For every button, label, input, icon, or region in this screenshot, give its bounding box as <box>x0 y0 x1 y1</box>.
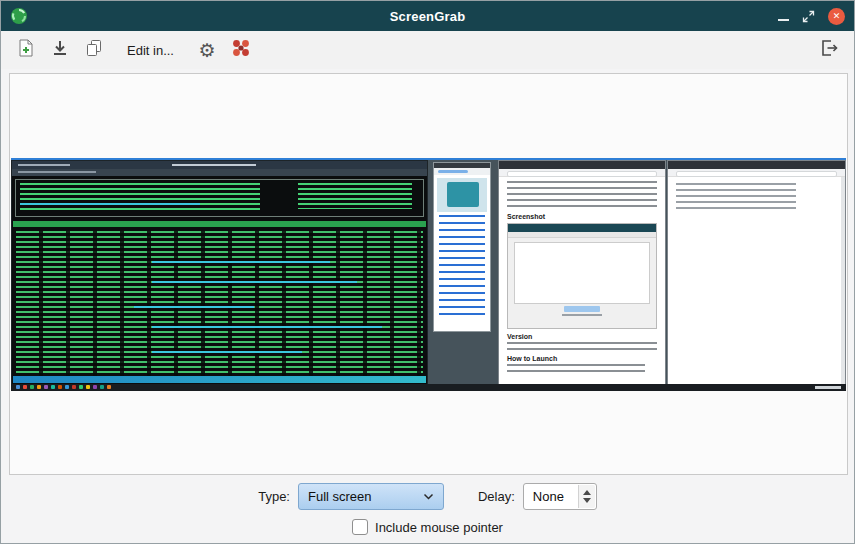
titlebar[interactable]: ScreenGrab ✕ <box>1 1 854 31</box>
preview-terminal-statusbar <box>13 376 426 383</box>
type-combobox-value: Full screen <box>308 489 372 504</box>
preview-embedded-screengrab-image <box>507 223 657 329</box>
screenshot-preview: Screenshot Version How to Launch <box>11 158 846 391</box>
screengrab-logo-icon <box>10 7 28 25</box>
text-lines-decoration <box>507 342 657 352</box>
minimize-button[interactable] <box>778 19 789 21</box>
preview-sidebar-window <box>433 162 491 332</box>
preview-htop-header <box>15 179 424 217</box>
include-mouse-pointer-checkbox[interactable] <box>352 519 368 535</box>
options-button[interactable]: ⚙ <box>192 35 222 65</box>
screengrab-red-logo-icon <box>230 37 252 63</box>
text-lines-decoration <box>507 181 657 209</box>
preview-terminal-menubar <box>12 169 427 176</box>
copy-button[interactable] <box>79 35 109 65</box>
spin-down-icon[interactable] <box>583 498 591 503</box>
spin-buttons <box>578 485 595 508</box>
text-lines-decoration <box>507 364 645 374</box>
new-screenshot-icon <box>16 38 36 62</box>
save-button[interactable] <box>45 35 75 65</box>
preview-sidebar-links <box>439 215 485 319</box>
preview-heading-screenshot: Screenshot <box>507 212 657 221</box>
preview-heading-how-to-launch: How to Launch <box>507 354 657 363</box>
preview-terminal-titlebar <box>12 161 427 169</box>
gear-icon: ⚙ <box>198 41 215 60</box>
chevron-down-icon <box>423 493 434 500</box>
preview-terminal-window <box>11 160 428 385</box>
preview-browser-tabs <box>499 161 665 169</box>
exit-icon <box>819 38 839 62</box>
copy-icon <box>84 38 104 62</box>
close-icon: ✕ <box>833 12 841 21</box>
close-button[interactable]: ✕ <box>828 8 845 25</box>
capture-options-row: Type: Full screen Delay: None <box>1 482 854 510</box>
type-combobox[interactable]: Full screen <box>298 483 444 510</box>
preview-htop-process-rows <box>16 231 423 376</box>
download-icon <box>50 38 70 62</box>
preview-sidebar-thumbnail <box>437 178 487 212</box>
delay-spinbox[interactable]: None <box>523 483 597 510</box>
pointer-option-row: Include mouse pointer <box>1 516 854 538</box>
preview-taskbar <box>11 384 846 391</box>
maximize-button[interactable] <box>802 10 815 23</box>
preview-scrollbar <box>841 177 845 388</box>
preview-clock <box>815 386 841 389</box>
quit-button[interactable] <box>814 35 844 65</box>
window-title: ScreenGrab <box>1 9 854 24</box>
spin-up-icon[interactable] <box>583 490 591 495</box>
edit-in-button[interactable]: Edit in... <box>113 35 188 65</box>
preview-panel: Screenshot Version How to Launch <box>9 73 848 475</box>
text-lines-decoration <box>676 183 796 209</box>
new-screenshot-button[interactable] <box>11 35 41 65</box>
type-label: Type: <box>258 489 290 504</box>
preview-right-browser-window <box>667 160 846 389</box>
about-button[interactable] <box>226 35 256 65</box>
preview-manual-window: Screenshot Version How to Launch <box>498 160 666 389</box>
delay-spinbox-value: None <box>533 489 564 504</box>
toolbar: Edit in... ⚙ <box>1 31 854 69</box>
screengrab-window: ScreenGrab ✕ <box>0 0 855 544</box>
preview-htop-column-header <box>13 221 426 227</box>
preview-heading-version: Version <box>507 332 657 341</box>
preview-browser-navbar <box>499 169 665 177</box>
delay-label: Delay: <box>478 489 515 504</box>
include-mouse-pointer-label: Include mouse pointer <box>375 520 503 535</box>
window-controls: ✕ <box>778 8 845 25</box>
